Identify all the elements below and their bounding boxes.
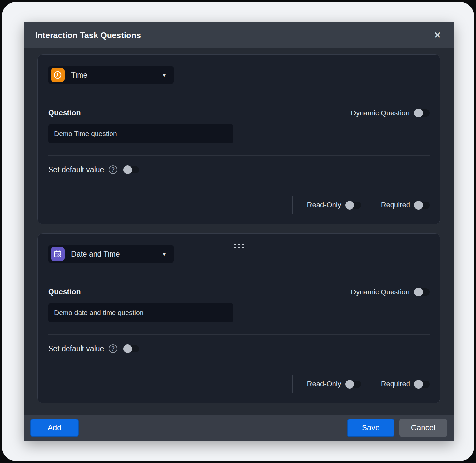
help-icon[interactable]: ? [109, 344, 117, 353]
dialog-title: Interaction Task Questions [35, 31, 141, 40]
required-label: Required [381, 380, 410, 388]
toggle-knob [414, 201, 423, 210]
drag-handle-icon[interactable] [234, 244, 244, 248]
delete-question-button[interactable] [269, 379, 279, 389]
dynamic-question-label: Dynamic Question [351, 288, 409, 296]
set-default-value-label: Set default value [48, 344, 104, 353]
divider [48, 155, 430, 156]
calendar-clock-icon [51, 247, 65, 261]
close-icon[interactable]: ✕ [434, 31, 441, 40]
set-default-value-toggle[interactable] [124, 166, 139, 173]
read-only-toggle[interactable] [346, 381, 361, 388]
question-text-input[interactable] [48, 303, 233, 322]
divider [48, 334, 430, 335]
dialog-body: Time ▼ Question Dynamic Question Set def… [24, 48, 454, 415]
dynamic-question-toggle[interactable] [415, 109, 430, 117]
question-card-date-and-time: Date and Time ▼ Question Dynamic Questio… [37, 233, 440, 403]
clock-icon [51, 68, 65, 82]
delete-question-button[interactable] [269, 200, 279, 210]
question-label: Question [48, 109, 81, 117]
divider [48, 96, 430, 96]
question-type-select[interactable]: Date and Time ▼ [48, 245, 174, 263]
dynamic-question-toggle[interactable] [415, 288, 430, 296]
divider [48, 365, 430, 365]
required-label: Required [381, 201, 410, 209]
divider [292, 375, 293, 393]
question-type-value: Time [71, 71, 162, 80]
question-text-input[interactable] [48, 124, 233, 143]
toggle-knob [123, 165, 132, 174]
chevron-down-icon: ▼ [162, 251, 167, 257]
toggle-knob [345, 380, 354, 389]
toggle-knob [414, 380, 423, 389]
cancel-button[interactable]: Cancel [399, 419, 447, 437]
help-icon[interactable]: ? [109, 165, 117, 174]
save-button[interactable]: Save [347, 419, 394, 437]
divider [48, 186, 430, 186]
add-button[interactable]: Add [30, 419, 79, 437]
divider [48, 275, 430, 275]
divider [292, 196, 293, 214]
dynamic-question-label: Dynamic Question [351, 109, 409, 117]
set-default-value-toggle[interactable] [124, 345, 139, 352]
interaction-task-questions-dialog: Interaction Task Questions ✕ Time ▼ [24, 22, 454, 441]
chevron-down-icon: ▼ [162, 72, 167, 78]
dialog-footer: Add Save Cancel [24, 415, 454, 441]
question-type-select[interactable]: Time ▼ [48, 66, 174, 84]
set-default-value-label: Set default value [48, 165, 104, 174]
required-toggle[interactable] [415, 381, 430, 388]
required-toggle[interactable] [415, 202, 430, 209]
page-background: Interaction Task Questions ✕ Time ▼ [2, 2, 474, 461]
toggle-knob [414, 288, 423, 296]
toggle-knob [414, 109, 423, 117]
question-card-time: Time ▼ Question Dynamic Question Set def… [37, 54, 440, 224]
question-label: Question [48, 288, 81, 296]
question-type-value: Date and Time [71, 250, 162, 259]
toggle-knob [345, 201, 354, 210]
read-only-label: Read-Only [307, 201, 341, 209]
toggle-knob [123, 344, 132, 353]
read-only-label: Read-Only [307, 380, 341, 388]
read-only-toggle[interactable] [346, 202, 361, 209]
dialog-header: Interaction Task Questions ✕ [24, 22, 454, 48]
